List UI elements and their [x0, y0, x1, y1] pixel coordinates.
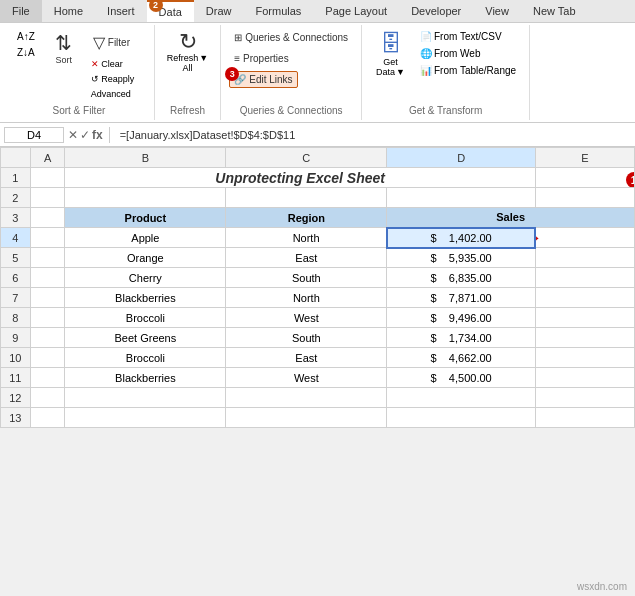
cell-a2[interactable] — [30, 188, 65, 208]
cell-a3[interactable] — [30, 208, 65, 228]
cell-b3-product[interactable]: Product — [65, 208, 226, 228]
cell-a6[interactable] — [30, 268, 65, 288]
refresh-all-button[interactable]: ↻ Refresh ▼ All — [163, 29, 212, 75]
cell-b2[interactable] — [65, 188, 226, 208]
cell-d10[interactable]: $ 4,662.00 — [387, 348, 536, 368]
cell-e10[interactable] — [535, 348, 634, 368]
from-table-button[interactable]: 📊 From Table/Range — [415, 63, 521, 78]
sort-az-button[interactable]: A↑Z — [12, 29, 40, 44]
cell-a8[interactable] — [30, 308, 65, 328]
cell-e8[interactable] — [535, 308, 634, 328]
col-header-b[interactable]: B — [65, 148, 226, 168]
col-header-d[interactable]: D — [387, 148, 536, 168]
tab-new-tab[interactable]: New Tab — [521, 0, 588, 22]
reapply-button[interactable]: ↺ Reapply — [86, 72, 146, 86]
formula-cancel-icon[interactable]: ✕ — [68, 128, 78, 142]
formula-insert-icon[interactable]: fx — [92, 128, 103, 142]
cell-b8[interactable]: Broccoli — [65, 308, 226, 328]
cell-e1[interactable]: 1 Select the cell — [535, 168, 634, 188]
cell-a10[interactable] — [30, 348, 65, 368]
cell-e7[interactable] — [535, 288, 634, 308]
advanced-button[interactable]: Advanced — [86, 87, 146, 101]
cell-c3-region[interactable]: Region — [226, 208, 387, 228]
cell-c4[interactable]: North — [226, 228, 387, 248]
cell-a11[interactable] — [30, 368, 65, 388]
cell-e5[interactable] — [535, 248, 634, 268]
tab-view[interactable]: View — [473, 0, 521, 22]
cell-e13[interactable] — [535, 408, 634, 428]
tab-formulas[interactable]: Formulas — [244, 0, 314, 22]
cell-c11[interactable]: West — [226, 368, 387, 388]
cell-b12[interactable] — [65, 388, 226, 408]
from-text-csv-button[interactable]: 📄 From Text/CSV — [415, 29, 521, 44]
cell-e9[interactable] — [535, 328, 634, 348]
cell-e2[interactable] — [535, 188, 634, 208]
edit-links-button[interactable]: 3 🔗 Edit Links — [229, 71, 297, 88]
tab-home[interactable]: Home — [42, 0, 95, 22]
cell-b9[interactable]: Beet Greens — [65, 328, 226, 348]
cell-c9[interactable]: South — [226, 328, 387, 348]
cell-c6[interactable]: South — [226, 268, 387, 288]
tab-data[interactable]: 2 Data — [147, 0, 194, 22]
cell-c5[interactable]: East — [226, 248, 387, 268]
cell-d4[interactable]: $ 1,402.00 — [387, 228, 536, 248]
cell-d11[interactable]: $ 4,500.00 — [387, 368, 536, 388]
properties-icon: ≡ — [234, 53, 240, 64]
cell-b10[interactable]: Broccoli — [65, 348, 226, 368]
cell-a9[interactable] — [30, 328, 65, 348]
cell-e11[interactable] — [535, 368, 634, 388]
cell-b7[interactable]: Blackberries — [65, 288, 226, 308]
cell-b13[interactable] — [65, 408, 226, 428]
from-web-button[interactable]: 🌐 From Web — [415, 46, 521, 61]
cell-e12[interactable] — [535, 388, 634, 408]
cell-d3-sales[interactable]: Sales — [387, 208, 635, 228]
tab-developer[interactable]: Developer — [399, 0, 473, 22]
tab-file[interactable]: File — [0, 0, 42, 22]
cell-b4[interactable]: Apple — [65, 228, 226, 248]
get-data-button[interactable]: 🗄 Get Data ▼ — [370, 29, 411, 79]
cell-d7[interactable]: $ 7,871.00 — [387, 288, 536, 308]
cell-c12[interactable] — [226, 388, 387, 408]
cell-c13[interactable] — [226, 408, 387, 428]
cell-reference-box[interactable] — [4, 127, 64, 143]
corner-header — [1, 148, 31, 168]
tab-draw[interactable]: Draw — [194, 0, 244, 22]
clear-button[interactable]: ✕ Clear — [86, 57, 146, 71]
cell-d6[interactable]: $ 6,835.00 — [387, 268, 536, 288]
cell-c2[interactable] — [226, 188, 387, 208]
properties-button[interactable]: ≡ Properties — [229, 50, 293, 67]
queries-group: ⊞ Queries & Connections ≡ Properties 3 🔗… — [221, 25, 362, 120]
cell-a7[interactable] — [30, 288, 65, 308]
cell-a5[interactable] — [30, 248, 65, 268]
cell-d13[interactable] — [387, 408, 536, 428]
cell-e6[interactable] — [535, 268, 634, 288]
cell-d5[interactable]: $ 5,935.00 — [387, 248, 536, 268]
queries-connections-button[interactable]: ⊞ Queries & Connections — [229, 29, 353, 46]
cell-b11[interactable]: Blackberries — [65, 368, 226, 388]
cell-e4[interactable]: → — [535, 228, 634, 248]
col-header-e[interactable]: E — [535, 148, 634, 168]
formula-input[interactable] — [116, 128, 631, 142]
cell-b5[interactable]: Orange — [65, 248, 226, 268]
cell-d8[interactable]: $ 9,496.00 — [387, 308, 536, 328]
col-header-c[interactable]: C — [226, 148, 387, 168]
cell-d9[interactable]: $ 1,734.00 — [387, 328, 536, 348]
cell-c10[interactable]: East — [226, 348, 387, 368]
sort-za-button[interactable]: Z↓A — [12, 45, 40, 60]
cell-a13[interactable] — [30, 408, 65, 428]
filter-button[interactable]: ▽ Filter — [86, 29, 146, 56]
cell-a1[interactable] — [30, 168, 65, 188]
sort-button[interactable]: ⇅ Sort — [46, 29, 82, 69]
web-icon: 🌐 — [420, 48, 432, 59]
cell-d12[interactable] — [387, 388, 536, 408]
cell-a4[interactable] — [30, 228, 65, 248]
tab-page-layout[interactable]: Page Layout — [313, 0, 399, 22]
tab-insert[interactable]: Insert — [95, 0, 147, 22]
col-header-a[interactable]: A — [30, 148, 65, 168]
cell-c8[interactable]: West — [226, 308, 387, 328]
cell-c7[interactable]: North — [226, 288, 387, 308]
cell-d2[interactable] — [387, 188, 536, 208]
cell-a12[interactable] — [30, 388, 65, 408]
formula-confirm-icon[interactable]: ✓ — [80, 128, 90, 142]
cell-b6[interactable]: Cherry — [65, 268, 226, 288]
